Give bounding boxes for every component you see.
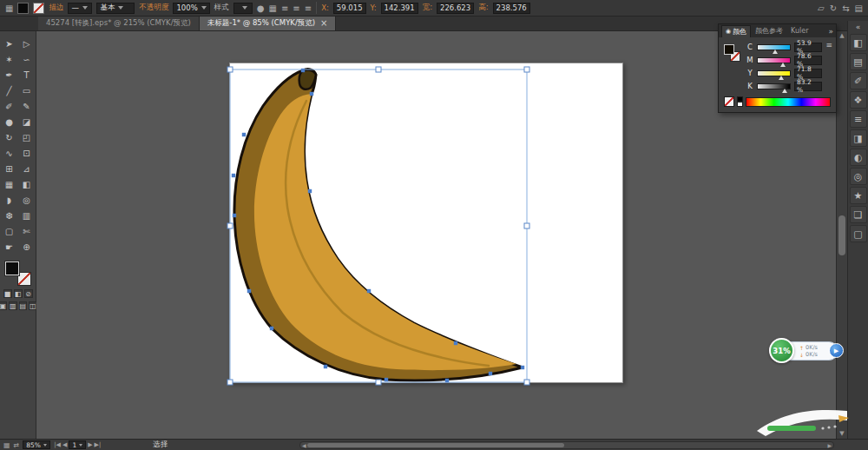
vertical-scroll-thumb[interactable] <box>838 215 845 255</box>
selection-handle[interactable] <box>227 223 233 228</box>
blend-tool[interactable]: ◎ <box>18 192 36 208</box>
perspective-grid-tool[interactable]: ⊿ <box>18 161 36 176</box>
anchor-point[interactable] <box>242 133 246 136</box>
gradient-button[interactable]: ◧ <box>14 289 23 298</box>
document-tab[interactable]: 45274 [转换].eps* @ 215% (CMYK/预览) <box>38 17 200 30</box>
isolate-icon[interactable]: ⇆ <box>842 3 849 14</box>
prev-artboard-icon[interactable]: ◀ <box>62 441 67 448</box>
anchor-point[interactable] <box>310 92 313 96</box>
opacity-label[interactable]: 不透明度 <box>139 3 168 13</box>
anchor-point[interactable] <box>308 189 312 193</box>
black-white-swatches[interactable] <box>737 96 743 107</box>
scroll-up-icon[interactable]: ▲ <box>839 31 844 41</box>
rectangle-tool[interactable]: ▭ <box>18 83 36 98</box>
layers-panel-icon[interactable]: ❏ <box>850 206 867 223</box>
stroke-color-swatch[interactable] <box>33 3 44 14</box>
hand-tool[interactable]: ☛ <box>1 239 18 255</box>
paintbrush-tool[interactable]: ✐ <box>1 98 18 114</box>
tab-close-icon[interactable]: × <box>320 19 327 28</box>
type-tool[interactable]: T <box>18 67 36 83</box>
transparency-panel-icon[interactable]: ◐ <box>850 149 867 166</box>
swatches-panel-icon[interactable]: ▤ <box>850 53 867 70</box>
graphic-styles-panel-icon[interactable]: ★ <box>850 187 867 204</box>
panel-collapse-icon[interactable]: » <box>828 27 833 36</box>
stroke-weight-select[interactable]: — <box>68 3 92 14</box>
none-swatch[interactable] <box>724 96 734 107</box>
brush-definition-select[interactable]: 基本 <box>96 3 135 14</box>
gradient-panel-icon[interactable]: ◨ <box>850 129 867 147</box>
x-value-field[interactable]: 59.015 <box>333 3 366 14</box>
selection-handle[interactable] <box>376 380 381 385</box>
next-artboard-icon[interactable]: ▶ <box>88 441 92 448</box>
selection-handle[interactable] <box>227 67 233 72</box>
lasso-tool[interactable]: ∽ <box>18 51 36 67</box>
slice-tool[interactable]: ✄ <box>18 223 36 239</box>
slider-track[interactable] <box>757 70 791 76</box>
workspace-icon[interactable]: ▤ <box>855 3 863 14</box>
panel-fill-stroke-indicator[interactable] <box>724 44 741 63</box>
horizontal-scroll-thumb[interactable] <box>307 443 564 447</box>
stroke-label[interactable]: 描边 <box>49 3 63 13</box>
artboards-panel-icon[interactable]: ▢ <box>850 225 867 242</box>
panel-menu-icon[interactable]: ≡ <box>825 41 832 50</box>
symbols-panel-icon[interactable]: ❖ <box>850 91 867 109</box>
selection-handle[interactable] <box>524 223 529 228</box>
anchor-point[interactable] <box>247 289 251 293</box>
selection-tool[interactable]: ➤ <box>1 36 18 51</box>
none-button[interactable]: ⊘ <box>24 289 33 298</box>
selection-handle[interactable] <box>524 380 529 385</box>
fill-swatch[interactable] <box>5 261 19 275</box>
color-panel-tab[interactable]: Kuler <box>787 26 812 36</box>
stroke-swatch[interactable] <box>17 272 31 286</box>
shear-icon[interactable]: ▱ <box>818 3 825 14</box>
direct-selection-tool[interactable]: ▷ <box>18 36 36 51</box>
anchor-point[interactable] <box>270 327 273 330</box>
scroll-right-icon[interactable]: ▶ <box>827 442 832 449</box>
first-artboard-icon[interactable]: |◀ <box>54 441 61 448</box>
magic-wand-tool[interactable]: ✶ <box>1 51 18 67</box>
anchor-point[interactable] <box>233 214 236 217</box>
anchor-point[interactable] <box>232 174 235 177</box>
gradient-tool[interactable]: ◧ <box>18 176 36 192</box>
color-panel-tab[interactable]: 颜色参考 <box>752 25 786 36</box>
anchor-point[interactable] <box>521 366 524 369</box>
shape-builder-tool[interactable]: ⊞ <box>1 161 18 176</box>
zoom-tool[interactable]: ⊕ <box>18 239 36 255</box>
selection-handle[interactable] <box>524 67 529 72</box>
anchor-point[interactable] <box>445 379 449 382</box>
draw-behind-button[interactable]: ▥ <box>9 301 17 310</box>
draw-normal-button[interactable]: ▣ <box>0 301 7 310</box>
selection-handle[interactable] <box>227 380 233 385</box>
slider-thumb[interactable] <box>782 89 787 93</box>
color-panel-tab[interactable]: ◉颜色 <box>721 25 751 37</box>
scroll-left-icon[interactable]: ◀ <box>302 442 306 449</box>
memory-percent-ball[interactable]: 31% <box>769 338 794 363</box>
anchor-point[interactable] <box>489 372 492 375</box>
slider-thumb[interactable] <box>773 50 778 54</box>
shape-mode-icon[interactable]: ● <box>257 3 265 14</box>
eyedropper-tool[interactable]: ◗ <box>1 192 18 208</box>
rotate-icon[interactable]: ↻ <box>830 3 837 14</box>
pen-tool[interactable]: ✒ <box>1 67 18 83</box>
artboard-tool[interactable]: ▢ <box>1 223 18 239</box>
y-value-field[interactable]: 142.391 <box>381 3 418 14</box>
color-spectrum-bar[interactable] <box>746 97 831 107</box>
column-graph-tool[interactable]: ▥ <box>18 208 36 223</box>
speed-ball-overlay[interactable]: ↑0K/s ↓0K/s ▶ 31% <box>769 338 844 364</box>
channel-value-field[interactable]: 53.9 % <box>794 43 822 52</box>
document-tab[interactable]: 未标题-1* @ 85% (CMYK/预览)× <box>200 17 337 30</box>
style-select[interactable] <box>233 3 253 14</box>
fill-stroke-indicator[interactable] <box>5 261 31 286</box>
color-button[interactable]: ■ <box>3 289 12 298</box>
width-value-field[interactable]: 226.623 <box>437 3 474 14</box>
browser-ball-icon[interactable]: ▶ <box>829 343 844 358</box>
distribute-icon[interactable]: ≡ <box>305 3 312 14</box>
height-value-field[interactable]: 238.576 <box>493 3 530 14</box>
slider-thumb[interactable] <box>780 63 786 67</box>
vertical-scrollbar[interactable]: ▲ ▼ <box>836 31 847 439</box>
recolor-artwork-icon[interactable]: ▦ <box>269 3 277 14</box>
line-segment-tool[interactable]: ╱ <box>1 83 18 98</box>
slider-track[interactable] <box>757 44 791 50</box>
draw-inside-button[interactable]: ▤ <box>19 301 28 310</box>
width-tool[interactable]: ∿ <box>1 145 18 161</box>
